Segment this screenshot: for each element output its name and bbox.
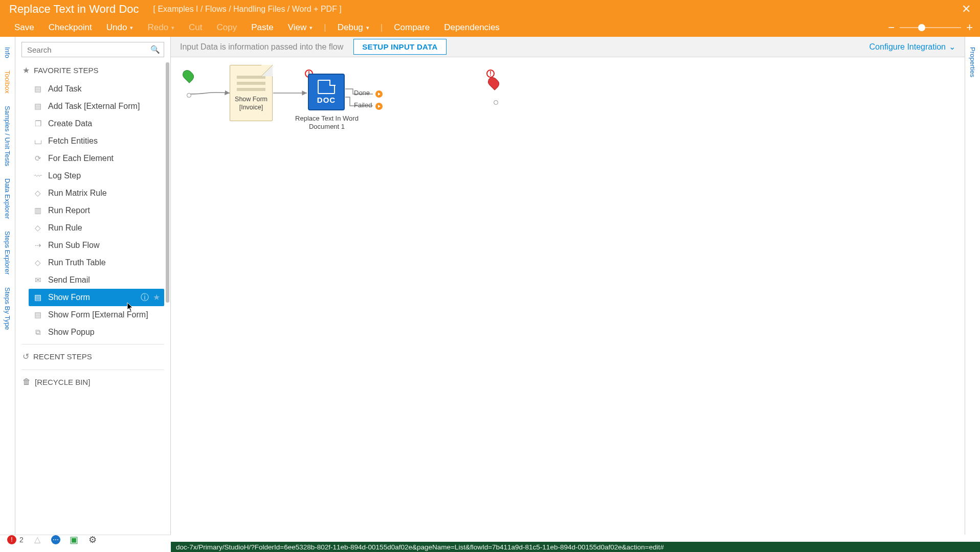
step-icon: ◇ — [33, 258, 43, 268]
search-icon: 🔍 — [150, 45, 160, 54]
star-icon[interactable]: ★ — [153, 292, 160, 303]
step-item[interactable]: ⇢Run Sub Flow — [29, 237, 164, 254]
step-item[interactable]: ◇Run Matrix Rule — [29, 185, 164, 202]
tab-properties[interactable]: Properties — [967, 41, 978, 83]
port-done[interactable] — [375, 90, 383, 98]
port-failed[interactable] — [375, 103, 383, 110]
step-label: Add Task — [48, 84, 82, 94]
step-item[interactable]: 〰Log Step — [29, 167, 164, 185]
trash-icon: 🗑 — [23, 377, 31, 386]
separator: | — [376, 22, 387, 33]
breadcrumb: [ Examples I / Flows / Handling Files / … — [153, 5, 342, 14]
step-label: Send Email — [48, 275, 90, 285]
step-label: Log Step — [48, 171, 81, 180]
step-label: Show Form — [48, 293, 90, 302]
chevron-down-icon: ▾ — [171, 25, 174, 31]
tab-steps-explorer[interactable]: Steps Explorer — [2, 225, 13, 281]
port-failed-label: Failed — [354, 101, 372, 109]
warning-icon[interactable]: △ — [33, 535, 42, 544]
status-bar: ! 2 △ ⋯ ▣ ⚙ doc-7x/Primary/StudioH/?Fold… — [0, 535, 980, 552]
status-url: doc-7x/Primary/StudioH/?FolderId=6ee5328… — [171, 542, 980, 552]
step-item[interactable]: ✉Send Email — [29, 271, 164, 289]
tab-data-explorer[interactable]: Data Explorer — [2, 172, 13, 225]
info-icon[interactable]: ⋯ — [51, 535, 60, 544]
step-icon: ◇ — [33, 188, 43, 198]
star-icon: ★ — [23, 65, 30, 75]
menu-save[interactable]: Save — [7, 19, 41, 36]
error-count[interactable]: 2 — [19, 536, 24, 544]
step-item[interactable]: ▤Show Form [External Form] — [29, 306, 164, 324]
step-item[interactable]: ⟳For Each Element — [29, 150, 164, 167]
error-count-icon[interactable]: ! — [7, 535, 16, 544]
zoom-out-button[interactable]: − — [888, 21, 895, 34]
info-bar: Input Data is information passed into th… — [171, 37, 965, 57]
configure-integration-link[interactable]: Configure Integration ⌄ — [870, 42, 955, 52]
menu-debug[interactable]: Debug ▾ — [330, 19, 376, 36]
chevron-down-icon: ▾ — [366, 25, 369, 31]
start-node[interactable] — [184, 70, 194, 94]
step-item[interactable]: ▤Add Task — [29, 80, 164, 98]
step-item[interactable]: ◇Run Rule — [29, 219, 164, 237]
step-icon: ⇢ — [33, 240, 43, 250]
zoom-in-button[interactable]: + — [966, 21, 973, 34]
step-item[interactable]: ❐Create Data — [29, 115, 164, 132]
step-label: Show Popup — [48, 328, 95, 337]
search-input[interactable] — [21, 42, 164, 57]
section-recent[interactable]: ↺ RECENT STEPS — [21, 344, 164, 366]
replace-text-node[interactable]: DOC — [308, 74, 345, 110]
settings-icon[interactable]: ⚙ — [88, 535, 97, 544]
window-title: Replace Text in Word Doc — [9, 3, 139, 16]
menu-dependencies[interactable]: Dependencies — [437, 19, 507, 36]
menu-paste[interactable]: Paste — [244, 19, 280, 36]
step-icon: ⌴ — [33, 136, 43, 146]
right-rail: Properties — [965, 37, 980, 535]
step-icon: 〰 — [33, 171, 43, 181]
step-icon: ❐ — [33, 119, 43, 129]
chevron-down-icon: ⌄ — [949, 42, 955, 52]
tab-samples[interactable]: Samples / Unit Tests — [2, 100, 13, 172]
save-status-icon[interactable]: ▣ — [70, 535, 79, 544]
chevron-down-icon: ▾ — [130, 25, 133, 31]
step-icon: ⟳ — [33, 153, 43, 164]
setup-input-data-button[interactable]: SETUP INPUT DATA — [353, 39, 446, 55]
step-item[interactable]: ◇Run Truth Table — [29, 254, 164, 271]
tab-steps-by-type[interactable]: Steps By Type — [2, 281, 13, 336]
menu-copy[interactable]: Copy — [210, 19, 244, 36]
step-label: Create Data — [48, 119, 92, 128]
step-icon: ⧉ — [33, 327, 43, 337]
step-item[interactable]: ▤Add Task [External Form] — [29, 98, 164, 115]
menu-view[interactable]: View ▾ — [281, 19, 320, 36]
tab-info[interactable]: Info — [2, 41, 13, 64]
step-icon: ▤ — [33, 292, 43, 303]
menu-checkpoint[interactable]: Checkpoint — [41, 19, 99, 36]
menu-redo[interactable]: Redo ▾ — [140, 19, 182, 36]
section-recycle[interactable]: 🗑 [RECYCLE BIN] — [21, 370, 164, 392]
show-form-node[interactable]: Show Form [Invoice] — [230, 65, 273, 121]
separator: | — [320, 22, 330, 33]
step-icon: ▤ — [33, 101, 43, 111]
step-label: Run Sub Flow — [48, 241, 100, 250]
flow-canvas[interactable]: Show Form [Invoice] ! DOC Replace Text I… — [171, 57, 965, 535]
toolbox-scroll[interactable]: ★ FAVORITE STEPS ▤Add Task▤Add Task [Ext… — [15, 61, 170, 535]
close-button[interactable]: ✕ — [962, 3, 971, 16]
end-node[interactable] — [489, 70, 502, 105]
toolbox-panel: 🔍 ★ FAVORITE STEPS ▤Add Task▤Add Task [E… — [15, 37, 171, 535]
chevron-down-icon: ▾ — [309, 25, 313, 31]
step-item[interactable]: ▥Run Report — [29, 202, 164, 219]
info-icon[interactable]: ⓘ — [141, 292, 149, 303]
step-label: Add Task [External Form] — [48, 102, 140, 111]
zoom-slider[interactable] — [900, 27, 961, 28]
menu-undo[interactable]: Undo ▾ — [99, 19, 141, 36]
info-text: Input Data is information passed into th… — [180, 42, 343, 52]
step-item[interactable]: ⌴Fetch Entities — [29, 132, 164, 150]
zoom-knob[interactable] — [918, 24, 925, 31]
tab-toolbox[interactable]: Toolbox — [2, 64, 13, 100]
step-label: Fetch Entities — [48, 136, 98, 146]
step-icon: ▥ — [33, 205, 43, 216]
section-favorite[interactable]: ★ FAVORITE STEPS — [21, 61, 164, 80]
menu-compare[interactable]: Compare — [387, 19, 437, 36]
step-label: Run Rule — [48, 223, 82, 233]
menu-cut[interactable]: Cut — [182, 19, 209, 36]
step-item[interactable]: ⧉Show Popup — [29, 324, 164, 341]
step-item[interactable]: ▤Show Formⓘ★ — [29, 289, 164, 306]
